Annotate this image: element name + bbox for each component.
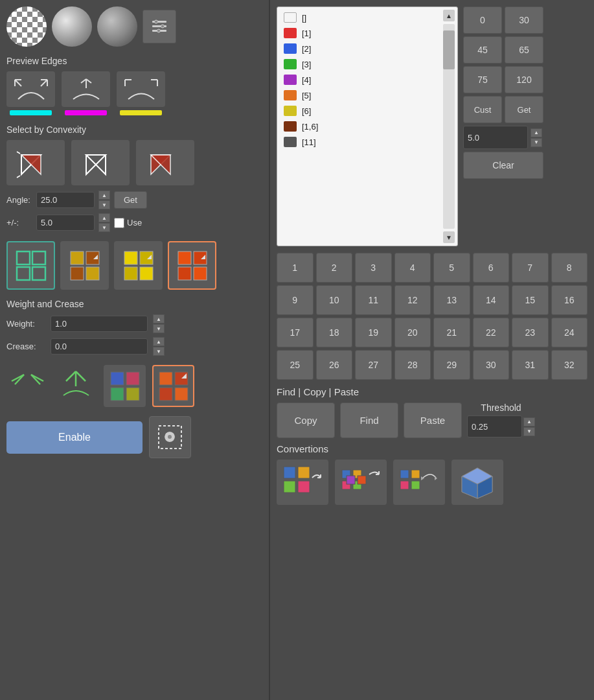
color-item-2[interactable]: [2] — [277, 41, 457, 56]
grid-icon-4[interactable] — [168, 241, 216, 290]
settings-button[interactable] — [143, 10, 176, 43]
color-item-11[interactable]: [11] — [277, 134, 457, 150]
copy-button[interactable]: Copy — [277, 402, 335, 438]
crease-spinner[interactable]: ▲ ▼ — [153, 337, 165, 356]
expand-arrows-icon[interactable] — [6, 365, 49, 407]
spinner-input-down[interactable]: ▼ — [531, 138, 542, 147]
angle-get-button[interactable]: Get — [114, 191, 147, 209]
grid-icon-1[interactable] — [6, 241, 55, 290]
grid-btn-21[interactable]: 21 — [433, 318, 470, 347]
plusminus-up[interactable]: ▲ — [98, 213, 110, 222]
threshold-down[interactable]: ▼ — [523, 427, 535, 436]
plusminus-down[interactable]: ▼ — [98, 223, 110, 232]
grid-btn-28[interactable]: 28 — [394, 350, 431, 380]
conv-icon-1[interactable] — [277, 460, 328, 505]
num-btn-0[interactable]: 0 — [463, 6, 502, 34]
color-item-1-6[interactable]: [1,6] — [277, 119, 457, 134]
enable-button[interactable]: Enable — [6, 421, 143, 454]
grid-btn-25[interactable]: 25 — [277, 350, 314, 380]
grid-btn-12[interactable]: 12 — [394, 285, 431, 315]
grid-btn-19[interactable]: 19 — [355, 318, 392, 347]
angle-down[interactable]: ▼ — [98, 200, 110, 209]
crease-down[interactable]: ▼ — [153, 347, 165, 356]
paste-button[interactable]: Paste — [404, 402, 462, 438]
weight-spinner[interactable]: ▲ ▼ — [153, 314, 165, 333]
grid-btn-23[interactable]: 23 — [512, 318, 549, 347]
scrollbar-thumb[interactable] — [443, 30, 455, 69]
convexity-icon-3[interactable] — [136, 140, 194, 185]
weight-down[interactable]: ▼ — [153, 324, 165, 333]
spinner-input-up[interactable]: ▲ — [531, 128, 542, 137]
target-button[interactable] — [149, 416, 191, 458]
grid-btn-14[interactable]: 14 — [473, 285, 510, 315]
grid-btn-4[interactable]: 4 — [394, 253, 431, 283]
num-btn-30[interactable]: 30 — [505, 6, 543, 34]
grid-btn-13[interactable]: 13 — [433, 285, 470, 315]
get-button-2[interactable]: Get — [505, 96, 543, 123]
grid-btn-3[interactable]: 3 — [355, 253, 392, 283]
grid-btn-8[interactable]: 8 — [551, 253, 588, 283]
grid-btn-18[interactable]: 18 — [316, 318, 353, 347]
grid-icon-2[interactable] — [60, 241, 109, 290]
plusminus-input[interactable] — [36, 215, 95, 231]
grid-btn-7[interactable]: 7 — [512, 253, 549, 283]
convexity-icon-2[interactable] — [71, 140, 130, 185]
light-ball[interactable] — [52, 6, 92, 47]
grid-btn-11[interactable]: 11 — [355, 285, 392, 315]
color-item-4[interactable]: [4] — [277, 72, 457, 88]
grid-icon-bottom-orange[interactable] — [152, 365, 194, 407]
grid-btn-29[interactable]: 29 — [433, 350, 470, 380]
grid-btn-2[interactable]: 2 — [316, 253, 353, 283]
checker-ball[interactable] — [6, 6, 47, 47]
threshold-up[interactable]: ▲ — [523, 417, 535, 426]
weight-up[interactable]: ▲ — [153, 314, 165, 323]
grid-icon-3[interactable] — [114, 241, 163, 290]
find-button[interactable]: Find — [340, 402, 398, 438]
angle-input[interactable] — [36, 192, 95, 208]
crease-up[interactable]: ▲ — [153, 337, 165, 346]
threshold-input[interactable] — [467, 415, 522, 438]
grid-btn-9[interactable]: 9 — [277, 285, 314, 315]
scroll-down-button[interactable]: ▼ — [443, 231, 455, 243]
edge-icon-3[interactable] — [117, 71, 165, 107]
grid-btn-10[interactable]: 10 — [316, 285, 353, 315]
num-btn-65[interactable]: 65 — [505, 36, 543, 64]
grid-icon-bottom[interactable] — [104, 365, 146, 407]
color-item-5[interactable]: [5] — [277, 88, 457, 103]
grid-btn-22[interactable]: 22 — [473, 318, 510, 347]
num-btn-120[interactable]: 120 — [505, 66, 543, 93]
grid-btn-1[interactable]: 1 — [277, 253, 314, 283]
spinner-input[interactable] — [463, 126, 528, 149]
edge-icon-2[interactable] — [62, 71, 110, 107]
weight-input[interactable] — [51, 316, 148, 332]
clear-button[interactable]: Clear — [463, 152, 543, 179]
edge-icon-1[interactable] — [6, 71, 55, 107]
plusminus-spinner[interactable]: ▲ ▼ — [98, 213, 110, 232]
angle-spinner[interactable]: ▲ ▼ — [98, 191, 110, 209]
grid-btn-32[interactable]: 32 — [551, 350, 588, 380]
num-btn-45[interactable]: 45 — [463, 36, 502, 64]
grid-btn-26[interactable]: 26 — [316, 350, 353, 380]
color-item-empty[interactable]: [] — [277, 10, 457, 25]
grid-btn-15[interactable]: 15 — [512, 285, 549, 315]
crease-input[interactable] — [51, 338, 148, 355]
color-item-1[interactable]: [1] — [277, 25, 457, 41]
color-item-6[interactable]: [6] — [277, 103, 457, 119]
threshold-spinner[interactable]: ▲ ▼ — [523, 417, 535, 436]
grid-btn-24[interactable]: 24 — [551, 318, 588, 347]
grid-btn-16[interactable]: 16 — [551, 285, 588, 315]
convexity-icon-1[interactable] — [6, 140, 65, 185]
color-dropdown[interactable]: ▲ [] [1] [2] [ — [277, 6, 458, 246]
grid-btn-30[interactable]: 30 — [473, 350, 510, 380]
up-arrow-icon[interactable] — [55, 365, 97, 407]
angle-up[interactable]: ▲ — [98, 191, 110, 200]
grid-btn-27[interactable]: 27 — [355, 350, 392, 380]
grid-btn-17[interactable]: 17 — [277, 318, 314, 347]
cust-button[interactable]: Cust — [463, 96, 502, 123]
grid-btn-31[interactable]: 31 — [512, 350, 549, 380]
grid-btn-20[interactable]: 20 — [394, 318, 431, 347]
grid-btn-5[interactable]: 5 — [433, 253, 470, 283]
conv-icon-2[interactable] — [335, 460, 387, 505]
num-btn-75[interactable]: 75 — [463, 66, 502, 93]
spinner-input-spinner[interactable]: ▲ ▼ — [531, 128, 542, 147]
